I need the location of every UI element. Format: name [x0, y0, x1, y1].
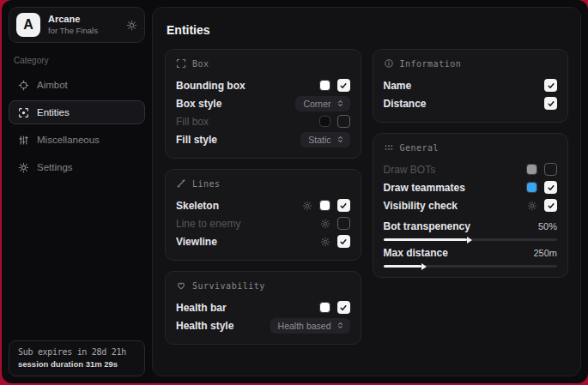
setting-label: Line to enemy: [176, 218, 240, 230]
fill-box-checkbox[interactable]: [337, 115, 350, 128]
entity-scan-icon: [18, 107, 29, 118]
color-swatch[interactable]: [319, 116, 330, 127]
box-style-dropdown[interactable]: Corner: [295, 96, 349, 111]
viewline-checkbox[interactable]: [337, 235, 350, 248]
check-icon: [547, 202, 555, 210]
gear-icon[interactable]: [126, 20, 137, 31]
setting-label: Distance: [384, 98, 427, 110]
panel-title: Lines: [192, 179, 221, 189]
health-style-dropdown[interactable]: Health based: [270, 318, 350, 334]
panel-survivability-header: Survivability: [176, 280, 350, 291]
color-swatch[interactable]: [319, 200, 330, 211]
color-swatch[interactable]: [526, 164, 537, 175]
setting-row-name: Name: [384, 76, 558, 94]
gear-icon[interactable]: [320, 237, 330, 247]
setting-label: Viewline: [176, 236, 217, 248]
setting-row-skeleton: Skeleton: [176, 196, 350, 214]
check-icon: [339, 81, 348, 90]
slider-fill[interactable]: [384, 238, 467, 241]
color-swatch[interactable]: [319, 80, 330, 91]
visibility-check-checkbox[interactable]: [544, 199, 557, 212]
setting-row-line-to-enemy: Line to enemy: [176, 214, 350, 232]
panel-survivability: Survivability Health bar Health style: [165, 271, 361, 345]
panel-information: Information Name Distance: [373, 49, 569, 123]
check-icon: [547, 99, 555, 108]
panel-lines: Lines Skeleton: [165, 169, 361, 261]
setting-row-fill-style: Fill style Static: [176, 130, 350, 148]
category-label: Category: [14, 56, 140, 65]
gear-icon[interactable]: [527, 201, 537, 211]
diagonal-line-icon: [176, 178, 186, 189]
chevron-up-down-icon: [336, 99, 344, 107]
setting-row-viewline: Viewline: [176, 232, 350, 250]
draw-teammates-checkbox[interactable]: [544, 181, 557, 194]
brand-name: Arcane: [48, 14, 118, 26]
box-corners-icon: [176, 58, 186, 69]
setting-row-health-style: Health style Health based: [176, 316, 350, 334]
dropdown-value: Health based: [278, 321, 331, 331]
app-window: A Arcane for The Finals Category: [2, 0, 588, 383]
check-icon: [339, 202, 348, 210]
setting-row-visibility-check: Visibility check: [384, 196, 558, 214]
color-swatch[interactable]: [319, 302, 330, 313]
setting-row-distance: Distance: [384, 94, 558, 112]
setting-row-box-style: Box style Corner: [176, 94, 350, 112]
subscription-expiry: Sub expires in 28d 21h: [18, 347, 136, 357]
brand-logo: A: [16, 13, 40, 37]
brand-card: A Arcane for The Finals: [9, 7, 145, 43]
setting-label: Health bar: [176, 302, 227, 314]
check-icon: [339, 304, 348, 312]
sidebar-item-aimbot[interactable]: Aimbot: [9, 73, 145, 97]
slider-fill[interactable]: [384, 265, 422, 268]
check-icon: [547, 81, 555, 90]
panel-lines-header: Lines: [176, 178, 350, 189]
sidebar-item-settings[interactable]: Settings: [9, 155, 145, 179]
color-swatch[interactable]: [526, 182, 537, 193]
sidebar-item-miscellaneous[interactable]: Miscellaneous: [9, 128, 145, 152]
left-column: Box Bounding box Box style: [165, 49, 361, 345]
info-icon: [384, 58, 394, 69]
name-checkbox[interactable]: [544, 79, 557, 92]
setting-label: Bot transpenency: [384, 220, 470, 232]
setting-row-health-bar: Health bar: [176, 298, 350, 316]
max-distance-slider[interactable]: [384, 265, 558, 268]
setting-label: Draw BOTs: [384, 164, 436, 176]
panel-information-header: Information: [384, 58, 558, 69]
draw-bots-checkbox[interactable]: [544, 163, 557, 176]
sliders-icon: [18, 135, 29, 146]
gear-icon: [18, 162, 29, 173]
crosshair-icon: [18, 80, 29, 91]
setting-label: Max distance: [384, 247, 448, 259]
panel-general-header: General: [384, 142, 558, 153]
fill-style-dropdown[interactable]: Static: [300, 132, 349, 147]
sidebar-item-entities[interactable]: Entities: [9, 100, 145, 124]
panel-box-header: Box: [176, 58, 350, 69]
health-bar-checkbox[interactable]: [337, 301, 350, 314]
setting-label: Skeleton: [176, 200, 219, 212]
bounding-box-checkbox[interactable]: [337, 79, 350, 92]
sidebar-item-label: Miscellaneous: [37, 135, 100, 145]
dropdown-value: Corner: [303, 99, 330, 109]
main-content: Entities Box Bounding box: [152, 7, 581, 376]
panel-general: General Draw BOTs Draw teammates: [373, 133, 569, 278]
sidebar-item-label: Aimbot: [37, 80, 68, 90]
setting-label: Box style: [176, 98, 221, 110]
page-title: Entities: [167, 23, 568, 37]
session-duration: session duration 31m 29s: [18, 359, 136, 369]
chevron-up-down-icon: [336, 322, 344, 329]
distance-checkbox[interactable]: [544, 97, 557, 110]
setting-row-draw-teammates: Draw teammates: [384, 178, 558, 196]
setting-label: Bounding box: [176, 80, 246, 92]
setting-row-draw-bots: Draw BOTs: [384, 160, 558, 178]
skeleton-checkbox[interactable]: [337, 199, 350, 212]
sidebar: A Arcane for The Finals Category: [2, 0, 152, 383]
gear-icon[interactable]: [302, 201, 312, 211]
dropdown-value: Static: [308, 135, 330, 145]
sidebar-nav: Aimbot Entities Miscellaneous: [9, 73, 145, 179]
panel-title: Box: [192, 59, 209, 69]
slider-value: 50%: [538, 221, 557, 232]
gear-icon[interactable]: [320, 219, 330, 229]
line-to-enemy-checkbox[interactable]: [337, 217, 350, 230]
subscription-card: Sub expires in 28d 21h session duration …: [9, 340, 145, 376]
bot-transparency-slider[interactable]: [384, 238, 558, 241]
